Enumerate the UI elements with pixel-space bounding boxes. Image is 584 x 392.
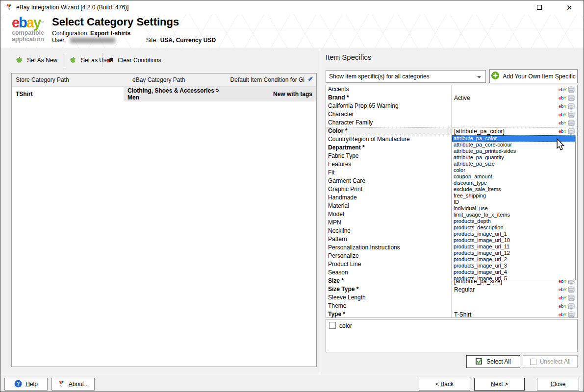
specific-label[interactable]: Character (326, 110, 451, 119)
database-icon[interactable] (568, 103, 576, 110)
dropdown-item[interactable]: products_image_url_1 (452, 231, 575, 237)
specific-value-row[interactable]: T-ShirtebY (452, 310, 577, 318)
specific-label[interactable]: Personalization Instructions (326, 244, 451, 252)
specific-value-row[interactable]: RegularebY (452, 285, 577, 294)
ebay-values-icon[interactable]: ebY (557, 95, 566, 100)
ebay-values-icon[interactable]: ebY (557, 128, 566, 134)
specific-label[interactable]: California Prop 65 Warning (326, 102, 451, 110)
dropdown-item[interactable]: products_image_url_4 (452, 269, 575, 275)
database-icon[interactable] (568, 303, 576, 310)
ebay-category-cell[interactable]: Clothing, Shoes & Accessories > Men (124, 87, 227, 101)
unselect-all-button[interactable]: Unselect All (523, 355, 578, 368)
dropdown-item[interactable]: attribute_pa_quantity (452, 154, 575, 161)
specific-label[interactable]: Color * (326, 127, 451, 135)
specific-label[interactable]: Season (326, 269, 451, 277)
specific-label[interactable]: Product Line (326, 260, 451, 269)
specific-label[interactable]: MPN (326, 219, 451, 227)
database-icon[interactable] (568, 111, 576, 118)
specific-label[interactable]: Garment Care (326, 177, 451, 185)
table-row[interactable]: TShirt Clothing, Shoes & Accessories > M… (12, 87, 316, 101)
specific-label[interactable]: Personalize (326, 252, 451, 260)
help-button[interactable]: ? Help (4, 378, 48, 391)
database-icon[interactable] (568, 294, 576, 301)
dropdown-item[interactable]: individual_use (452, 205, 575, 212)
dropdown-item[interactable]: products_image_url_3 (452, 263, 575, 269)
dropdown-item[interactable]: attribute_pa_size (452, 161, 575, 167)
ebay-values-icon[interactable]: ebY (557, 112, 566, 117)
specific-label[interactable]: Size * (326, 277, 451, 285)
specific-value[interactable]: T-Shirt (454, 311, 557, 318)
dropdown-item[interactable]: ID (452, 199, 575, 205)
select-all-button[interactable]: Select All (466, 355, 520, 368)
dropdown-item[interactable]: discount_type (452, 180, 575, 186)
dropdown-item[interactable]: coupon_amount (452, 173, 575, 180)
ebay-values-icon[interactable]: ebY (557, 120, 566, 125)
specific-value[interactable]: Active (454, 95, 557, 101)
close-window-button[interactable]: ✕ (561, 0, 578, 14)
ebay-values-icon[interactable]: ebY (557, 312, 566, 317)
specific-label[interactable]: Accents (326, 85, 451, 94)
specific-label[interactable]: Handmade (326, 194, 451, 202)
dropdown-item[interactable]: free_shipping (452, 193, 575, 199)
ebay-values-icon[interactable]: ebY (557, 87, 566, 92)
ebay-values-icon[interactable]: ebY (557, 287, 566, 292)
set-as-new-button[interactable]: Set As New (15, 52, 57, 68)
specific-value-row[interactable]: ebY (452, 85, 577, 94)
specific-label[interactable]: Type * (326, 310, 451, 318)
dropdown-item[interactable]: products_depth (452, 218, 575, 224)
specific-value-row[interactable]: ebY (452, 110, 577, 119)
specific-label[interactable]: Graphic Print (326, 185, 451, 194)
dropdown-item[interactable]: products_image_url_5 (452, 275, 575, 280)
dropdown-item[interactable]: limit_usage_to_x_items (452, 212, 575, 218)
dropdown-item[interactable]: products_image_url_2 (452, 256, 575, 263)
add-item-specific-button[interactable]: Add Your Own Item Specific (489, 69, 578, 83)
clear-conditions-button[interactable]: Clear Conditions (106, 52, 161, 68)
database-icon[interactable] (568, 311, 576, 318)
specific-value-row[interactable]: ebY (452, 302, 577, 310)
specific-label[interactable]: Pattern (326, 235, 451, 244)
about-button[interactable]: About... (51, 378, 95, 391)
maximize-button[interactable] (531, 0, 548, 14)
specific-label[interactable]: Neckline (326, 227, 451, 235)
specific-label[interactable]: Sleeve Length (326, 294, 451, 302)
specific-label[interactable]: Character Family (326, 119, 451, 127)
specific-value[interactable]: [attribute_pa_color] (454, 128, 557, 135)
dropdown-item[interactable]: attribute_pa_color (452, 135, 575, 142)
dropdown-item[interactable]: color (452, 167, 575, 173)
ebay-values-icon[interactable]: ebY (557, 103, 566, 109)
specific-label[interactable]: Model (326, 210, 451, 219)
specific-value-row[interactable]: ebY (452, 102, 577, 110)
specific-value-row[interactable]: ActiveebY (452, 94, 577, 102)
specific-label[interactable]: Fit (326, 169, 451, 177)
specific-value[interactable]: Regular (454, 286, 557, 293)
ebay-values-icon[interactable]: ebY (557, 295, 566, 300)
specific-value-row[interactable]: ebY (452, 119, 577, 127)
specifics-filter-dropdown[interactable]: Show item specific(s) for all categories (326, 70, 486, 83)
specific-label[interactable]: Theme (326, 302, 451, 310)
specific-label[interactable]: Brand * (326, 94, 451, 102)
specific-value-row[interactable]: ebY (452, 294, 577, 302)
condition-cell[interactable]: New with tags (227, 87, 316, 101)
dropdown-item[interactable]: products_image_url_12 (452, 250, 575, 256)
specific-label[interactable]: Fabric Type (326, 152, 451, 160)
dropdown-item[interactable]: products_image_url_11 (452, 244, 575, 250)
col-header-condition[interactable]: Default Item Condition for Gi (227, 76, 316, 84)
dropdown-item[interactable]: products_description (452, 224, 575, 231)
back-button[interactable]: < Back (419, 378, 470, 391)
dropdown-item[interactable]: attribute_pa_core-colour (452, 142, 575, 148)
ebay-values-icon[interactable]: ebY (557, 303, 566, 309)
specific-label[interactable]: Size Type * (326, 285, 451, 294)
specific-label[interactable]: Department * (326, 144, 451, 152)
dropdown-item[interactable]: products_image_url_10 (452, 237, 575, 244)
specific-label[interactable]: Features (326, 160, 451, 169)
database-icon[interactable] (568, 86, 576, 93)
database-icon[interactable] (568, 286, 576, 293)
database-icon[interactable] (568, 128, 576, 135)
specific-label[interactable]: Material (326, 202, 451, 210)
specific-label[interactable]: Country/Region of Manufacture (326, 135, 451, 144)
close-button[interactable]: Close (537, 378, 579, 391)
database-icon[interactable] (568, 120, 576, 126)
dropdown-item[interactable]: exclude_sale_items (452, 186, 575, 193)
next-button[interactable]: Next > (474, 378, 525, 391)
store-category-cell[interactable]: TShirt (12, 87, 124, 101)
